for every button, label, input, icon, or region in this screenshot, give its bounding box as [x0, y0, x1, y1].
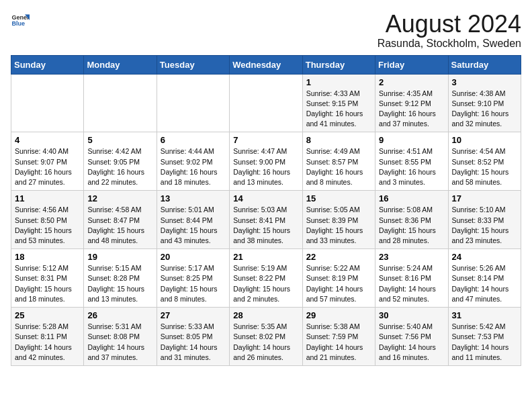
- week-row-4: 18Sunrise: 5:12 AM Sunset: 8:31 PM Dayli…: [11, 249, 521, 308]
- week-row-1: 1Sunrise: 4:33 AM Sunset: 9:15 PM Daylig…: [11, 74, 521, 132]
- day-number: 5: [87, 135, 152, 145]
- header-tuesday: Tuesday: [157, 55, 229, 74]
- day-number: 29: [306, 310, 371, 320]
- day-cell: 10Sunrise: 4:54 AM Sunset: 8:52 PM Dayli…: [448, 132, 521, 191]
- day-number: 4: [15, 135, 80, 145]
- day-cell: 17Sunrise: 5:10 AM Sunset: 8:33 PM Dayli…: [448, 191, 521, 249]
- day-cell: 22Sunrise: 5:22 AM Sunset: 8:19 PM Dayli…: [302, 249, 375, 308]
- day-cell: 7Sunrise: 4:47 AM Sunset: 9:00 PM Daylig…: [230, 132, 302, 191]
- day-info: Sunrise: 5:12 AM Sunset: 8:31 PM Dayligh…: [15, 263, 80, 304]
- day-info: Sunrise: 5:42 AM Sunset: 7:53 PM Dayligh…: [452, 322, 517, 363]
- day-info: Sunrise: 5:05 AM Sunset: 8:39 PM Dayligh…: [306, 205, 371, 246]
- day-number: 11: [15, 193, 80, 203]
- header-saturday: Saturday: [448, 55, 521, 74]
- title-area: August 2024 Rasunda, Stockholm, Sweden: [378, 11, 521, 50]
- day-info: Sunrise: 5:24 AM Sunset: 8:16 PM Dayligh…: [379, 263, 444, 304]
- day-info: Sunrise: 5:17 AM Sunset: 8:25 PM Dayligh…: [161, 263, 226, 304]
- day-cell: 1Sunrise: 4:33 AM Sunset: 9:15 PM Daylig…: [302, 74, 375, 132]
- day-info: Sunrise: 5:03 AM Sunset: 8:41 PM Dayligh…: [233, 205, 298, 246]
- header-friday: Friday: [375, 55, 448, 74]
- day-cell: [11, 74, 84, 132]
- day-cell: 26Sunrise: 5:31 AM Sunset: 8:08 PM Dayli…: [84, 308, 157, 366]
- day-cell: [84, 74, 157, 132]
- day-number: 22: [306, 252, 371, 262]
- day-cell: 27Sunrise: 5:33 AM Sunset: 8:05 PM Dayli…: [157, 308, 229, 366]
- day-number: 24: [452, 252, 517, 262]
- day-number: 19: [87, 252, 152, 262]
- day-info: Sunrise: 5:15 AM Sunset: 8:28 PM Dayligh…: [87, 263, 152, 304]
- logo-icon: General Blue: [11, 11, 30, 30]
- day-number: 14: [233, 193, 298, 203]
- day-number: 9: [379, 135, 444, 145]
- day-cell: 12Sunrise: 4:58 AM Sunset: 8:47 PM Dayli…: [84, 191, 157, 249]
- day-cell: 6Sunrise: 4:44 AM Sunset: 9:02 PM Daylig…: [157, 132, 229, 191]
- day-info: Sunrise: 4:44 AM Sunset: 9:02 PM Dayligh…: [161, 146, 226, 187]
- day-info: Sunrise: 4:38 AM Sunset: 9:10 PM Dayligh…: [452, 89, 517, 130]
- week-row-2: 4Sunrise: 4:40 AM Sunset: 9:07 PM Daylig…: [11, 132, 521, 191]
- day-info: Sunrise: 5:31 AM Sunset: 8:08 PM Dayligh…: [87, 322, 152, 363]
- day-number: 30: [379, 310, 444, 320]
- day-info: Sunrise: 4:42 AM Sunset: 9:05 PM Dayligh…: [87, 146, 152, 187]
- day-cell: 11Sunrise: 4:56 AM Sunset: 8:50 PM Dayli…: [11, 191, 84, 249]
- day-number: 17: [452, 193, 517, 203]
- day-number: 31: [452, 310, 517, 320]
- day-cell: 24Sunrise: 5:26 AM Sunset: 8:14 PM Dayli…: [448, 249, 521, 308]
- day-info: Sunrise: 5:01 AM Sunset: 8:44 PM Dayligh…: [161, 205, 226, 246]
- day-info: Sunrise: 5:08 AM Sunset: 8:36 PM Dayligh…: [379, 205, 444, 246]
- day-number: 6: [161, 135, 226, 145]
- day-cell: 25Sunrise: 5:28 AM Sunset: 8:11 PM Dayli…: [11, 308, 84, 366]
- day-cell: 23Sunrise: 5:24 AM Sunset: 8:16 PM Dayli…: [375, 249, 448, 308]
- svg-text:Blue: Blue: [11, 20, 25, 27]
- day-info: Sunrise: 4:49 AM Sunset: 8:57 PM Dayligh…: [306, 146, 371, 187]
- day-info: Sunrise: 5:40 AM Sunset: 7:56 PM Dayligh…: [379, 322, 444, 363]
- day-cell: 29Sunrise: 5:38 AM Sunset: 7:59 PM Dayli…: [302, 308, 375, 366]
- day-info: Sunrise: 4:33 AM Sunset: 9:15 PM Dayligh…: [306, 89, 371, 130]
- day-cell: 14Sunrise: 5:03 AM Sunset: 8:41 PM Dayli…: [230, 191, 302, 249]
- day-cell: [157, 74, 229, 132]
- day-info: Sunrise: 4:54 AM Sunset: 8:52 PM Dayligh…: [452, 146, 517, 187]
- day-cell: 13Sunrise: 5:01 AM Sunset: 8:44 PM Dayli…: [157, 191, 229, 249]
- day-number: 21: [233, 252, 298, 262]
- day-number: 16: [379, 193, 444, 203]
- subtitle: Rasunda, Stockholm, Sweden: [378, 38, 521, 50]
- day-info: Sunrise: 4:58 AM Sunset: 8:47 PM Dayligh…: [87, 205, 152, 246]
- day-cell: 15Sunrise: 5:05 AM Sunset: 8:39 PM Dayli…: [302, 191, 375, 249]
- header-monday: Monday: [84, 55, 157, 74]
- week-row-5: 25Sunrise: 5:28 AM Sunset: 8:11 PM Dayli…: [11, 308, 521, 366]
- day-cell: 28Sunrise: 5:35 AM Sunset: 8:02 PM Dayli…: [230, 308, 302, 366]
- day-cell: 5Sunrise: 4:42 AM Sunset: 9:05 PM Daylig…: [84, 132, 157, 191]
- day-info: Sunrise: 5:33 AM Sunset: 8:05 PM Dayligh…: [161, 322, 226, 363]
- logo: General Blue: [11, 11, 30, 30]
- day-number: 25: [15, 310, 80, 320]
- calendar-header-row: SundayMondayTuesdayWednesdayThursdayFrid…: [11, 55, 521, 74]
- day-info: Sunrise: 5:28 AM Sunset: 8:11 PM Dayligh…: [15, 322, 80, 363]
- day-cell: 19Sunrise: 5:15 AM Sunset: 8:28 PM Dayli…: [84, 249, 157, 308]
- day-info: Sunrise: 4:35 AM Sunset: 9:12 PM Dayligh…: [379, 89, 444, 130]
- day-number: 10: [452, 135, 517, 145]
- day-info: Sunrise: 4:56 AM Sunset: 8:50 PM Dayligh…: [15, 205, 80, 246]
- header-wednesday: Wednesday: [230, 55, 302, 74]
- day-number: 18: [15, 252, 80, 262]
- header-sunday: Sunday: [11, 55, 84, 74]
- day-number: 28: [233, 310, 298, 320]
- day-cell: 20Sunrise: 5:17 AM Sunset: 8:25 PM Dayli…: [157, 249, 229, 308]
- day-cell: 31Sunrise: 5:42 AM Sunset: 7:53 PM Dayli…: [448, 308, 521, 366]
- day-cell: 3Sunrise: 4:38 AM Sunset: 9:10 PM Daylig…: [448, 74, 521, 132]
- day-cell: 2Sunrise: 4:35 AM Sunset: 9:12 PM Daylig…: [375, 74, 448, 132]
- header-thursday: Thursday: [302, 55, 375, 74]
- main-title: August 2024: [378, 11, 521, 38]
- day-number: 1: [306, 77, 371, 87]
- day-info: Sunrise: 5:19 AM Sunset: 8:22 PM Dayligh…: [233, 263, 298, 304]
- day-cell: 9Sunrise: 4:51 AM Sunset: 8:55 PM Daylig…: [375, 132, 448, 191]
- day-number: 8: [306, 135, 371, 145]
- day-info: Sunrise: 4:47 AM Sunset: 9:00 PM Dayligh…: [233, 146, 298, 187]
- day-cell: 16Sunrise: 5:08 AM Sunset: 8:36 PM Dayli…: [375, 191, 448, 249]
- day-number: 27: [161, 310, 226, 320]
- day-number: 15: [306, 193, 371, 203]
- week-row-3: 11Sunrise: 4:56 AM Sunset: 8:50 PM Dayli…: [11, 191, 521, 249]
- day-cell: 4Sunrise: 4:40 AM Sunset: 9:07 PM Daylig…: [11, 132, 84, 191]
- day-info: Sunrise: 4:40 AM Sunset: 9:07 PM Dayligh…: [15, 146, 80, 187]
- day-number: 2: [379, 77, 444, 87]
- day-info: Sunrise: 5:10 AM Sunset: 8:33 PM Dayligh…: [452, 205, 517, 246]
- day-info: Sunrise: 5:38 AM Sunset: 7:59 PM Dayligh…: [306, 322, 371, 363]
